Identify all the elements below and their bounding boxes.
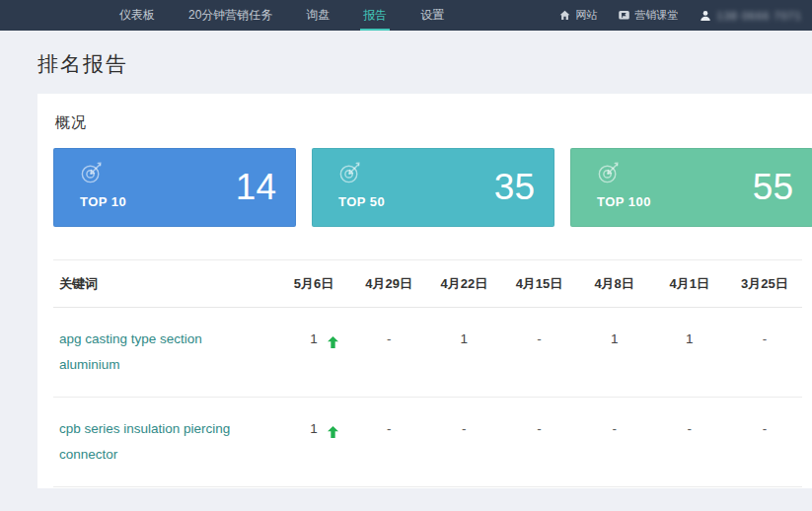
top-navbar: 仪表板20分钟营销任务询盘报告设置 网站 营销课堂 bbox=[0, 0, 812, 31]
date-column-header-5: 4月1日 bbox=[652, 260, 727, 308]
nav-user-account[interactable]: 138 0666 7071 bbox=[699, 9, 802, 23]
stat-cards: TOP 1014TOP 5035TOP 10055 bbox=[53, 148, 812, 227]
rank-value: 1 bbox=[310, 421, 318, 436]
rank-empty-value: - bbox=[537, 421, 542, 436]
rank-cell: - bbox=[351, 398, 426, 487]
report-panel: 概况 TOP 1014TOP 5035TOP 10055 关键词 5月6日4月2… bbox=[37, 94, 812, 488]
date-column-header-0: 5月6日 bbox=[276, 260, 351, 308]
nav-item-3[interactable]: 报告 bbox=[346, 0, 404, 31]
target-icon bbox=[337, 159, 364, 189]
date-column-header-4: 4月8日 bbox=[577, 260, 652, 308]
rank-cell: - bbox=[577, 487, 652, 489]
rank-cell: 1 bbox=[276, 398, 351, 487]
rank-cell: - bbox=[727, 308, 802, 398]
nav-website-link[interactable]: 网站 bbox=[558, 8, 598, 23]
user-icon bbox=[699, 9, 712, 23]
rank-cell: - bbox=[727, 487, 802, 489]
rank-empty-value: - bbox=[763, 331, 768, 346]
trend-up-arrow-icon bbox=[328, 421, 338, 447]
page-header: 排名报告 bbox=[0, 31, 812, 78]
trend-up-arrow-icon bbox=[328, 331, 338, 357]
card-value: 14 bbox=[236, 148, 276, 227]
nav-website-label: 网站 bbox=[576, 8, 598, 23]
table-header-row: 关键词 5月6日4月29日4月22日4月15日4月8日4月1日3月25日 bbox=[53, 260, 802, 308]
nav-item-4[interactable]: 设置 bbox=[404, 0, 461, 31]
rank-cell: - bbox=[501, 398, 576, 487]
card-label: TOP 50 bbox=[338, 194, 385, 209]
table-row: apg casting type section aluminium1-1-11… bbox=[53, 308, 802, 398]
rank-cell: 1 bbox=[276, 308, 351, 398]
rank-cell: - bbox=[727, 398, 802, 487]
rank-cell: 1 bbox=[276, 487, 351, 489]
rank-empty-value: - bbox=[688, 421, 693, 436]
date-column-header-2: 4月22日 bbox=[426, 260, 501, 308]
stat-card-top-50: TOP 5035 bbox=[312, 148, 554, 227]
rank-empty-value: - bbox=[612, 421, 617, 436]
date-column-header-6: 3月25日 bbox=[727, 260, 802, 308]
target-icon bbox=[596, 159, 623, 189]
rank-cell: 1 bbox=[577, 308, 652, 398]
keyword-link[interactable]: blmt aluminum bolted lug bbox=[53, 487, 276, 489]
stat-card-top-100: TOP 10055 bbox=[570, 148, 812, 227]
rank-value: 1 bbox=[310, 331, 318, 346]
rank-cell: - bbox=[426, 398, 501, 487]
home-icon bbox=[558, 9, 571, 22]
page-title: 排名报告 bbox=[37, 50, 812, 78]
card-value: 55 bbox=[753, 148, 793, 227]
rank-cell: - bbox=[652, 398, 727, 487]
rank-cell: - bbox=[652, 487, 727, 489]
card-label: TOP 10 bbox=[80, 194, 126, 209]
target-icon bbox=[79, 159, 106, 189]
rank-value: 1 bbox=[686, 331, 694, 346]
rank-empty-value: - bbox=[387, 331, 392, 346]
nav-classroom-label: 营销课堂 bbox=[635, 8, 679, 23]
rank-empty-value: - bbox=[387, 421, 392, 436]
nav-classroom-link[interactable]: 营销课堂 bbox=[618, 8, 679, 23]
rank-cell: - bbox=[351, 308, 426, 398]
keyword-link[interactable]: apg casting type section aluminium bbox=[53, 308, 276, 398]
rank-cell: 1 bbox=[351, 487, 426, 489]
classroom-board-icon bbox=[618, 9, 630, 22]
ranking-table: 关键词 5月6日4月29日4月22日4月15日4月8日4月1日3月25日 apg… bbox=[53, 259, 802, 488]
card-value: 35 bbox=[494, 148, 535, 227]
rank-cell: - bbox=[426, 487, 501, 489]
rank-value: 1 bbox=[611, 331, 619, 346]
nav-item-0[interactable]: 仪表板 bbox=[103, 0, 172, 31]
nav-item-2[interactable]: 询盘 bbox=[289, 0, 346, 31]
table-row: cpb series insulation piercing connector… bbox=[53, 398, 802, 487]
card-label: TOP 100 bbox=[597, 194, 651, 209]
nav-menu: 仪表板20分钟营销任务询盘报告设置 bbox=[103, 0, 461, 31]
nav-right: 网站 营销课堂 138 0666 7071 bbox=[539, 0, 812, 31]
rank-cell: - bbox=[501, 487, 576, 489]
rank-empty-value: - bbox=[763, 421, 768, 436]
keyword-column-header: 关键词 bbox=[53, 260, 276, 308]
stat-card-top-10: TOP 1014 bbox=[53, 148, 296, 227]
date-column-header-3: 4月15日 bbox=[501, 260, 576, 308]
rank-cell: 1 bbox=[652, 308, 727, 398]
rank-cell: - bbox=[501, 308, 576, 398]
overview-heading: 概况 bbox=[55, 113, 812, 132]
rank-cell: - bbox=[577, 398, 652, 487]
keyword-link[interactable]: cpb series insulation piercing connector bbox=[53, 398, 276, 487]
rank-value: 1 bbox=[461, 331, 469, 346]
user-account-number: 138 0666 7071 bbox=[717, 10, 802, 22]
rank-cell: 1 bbox=[426, 308, 501, 398]
date-column-header-1: 4月29日 bbox=[351, 260, 426, 308]
table-row: blmt aluminum bolted lug11----- bbox=[53, 487, 802, 489]
rank-empty-value: - bbox=[537, 331, 542, 346]
nav-item-1[interactable]: 20分钟营销任务 bbox=[172, 0, 289, 31]
rank-empty-value: - bbox=[462, 421, 467, 436]
